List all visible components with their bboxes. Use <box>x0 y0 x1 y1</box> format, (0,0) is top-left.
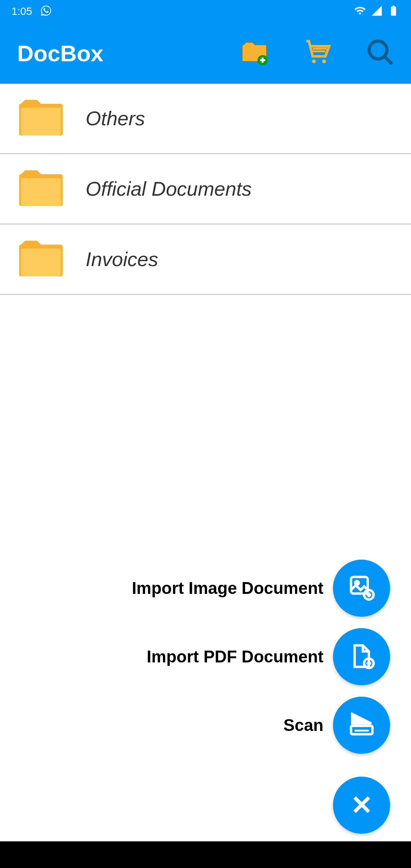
cart-icon[interactable] <box>303 37 333 69</box>
fab-item-import-pdf: Import PDF Document <box>147 628 390 685</box>
folder-icon <box>17 167 65 211</box>
folder-name: Official Documents <box>86 177 252 200</box>
fab-item-close <box>333 777 390 834</box>
battery-icon <box>387 5 400 18</box>
app-header: DocBox <box>0 23 411 84</box>
svg-point-3 <box>369 41 387 59</box>
import-image-button[interactable] <box>333 560 390 617</box>
nav-area <box>0 841 411 868</box>
fab-label: Import PDF Document <box>147 647 323 666</box>
status-left: 1:05 <box>11 5 52 18</box>
close-icon <box>347 790 376 820</box>
signal-icon <box>371 5 383 18</box>
folder-icon <box>17 97 65 140</box>
status-bar: 1:05 <box>0 0 411 23</box>
fab-item-import-image: Import Image Document <box>132 560 390 617</box>
file-add-icon <box>347 642 376 672</box>
header-actions <box>240 37 396 69</box>
fab-menu: Import Image Document Import PDF Documen… <box>132 560 390 834</box>
image-add-icon <box>347 573 376 603</box>
close-fab-button[interactable] <box>333 777 390 834</box>
svg-point-1 <box>312 59 316 63</box>
fab-label: Scan <box>284 716 323 735</box>
fab-item-scan: Scan <box>284 697 390 754</box>
folder-icon <box>17 238 65 281</box>
import-pdf-button[interactable] <box>333 628 390 685</box>
status-time: 1:05 <box>11 5 32 18</box>
folder-name: Others <box>86 107 145 130</box>
status-right <box>354 5 400 18</box>
folder-name: Invoices <box>86 248 158 271</box>
scan-button[interactable] <box>333 697 390 754</box>
whatsapp-icon <box>40 5 52 18</box>
folder-list: Others Official Documents Invoices <box>0 84 411 295</box>
folder-item-official[interactable]: Official Documents <box>0 154 411 225</box>
scanner-icon <box>347 710 376 740</box>
search-icon[interactable] <box>365 37 396 69</box>
wifi-icon <box>354 5 366 18</box>
app-title: DocBox <box>17 40 104 67</box>
fab-label: Import Image Document <box>132 579 323 598</box>
new-folder-icon[interactable] <box>240 37 270 69</box>
svg-point-2 <box>322 59 326 63</box>
folder-item-others[interactable]: Others <box>0 84 411 154</box>
folder-item-invoices[interactable]: Invoices <box>0 225 411 295</box>
home-indicator[interactable] <box>148 858 263 862</box>
